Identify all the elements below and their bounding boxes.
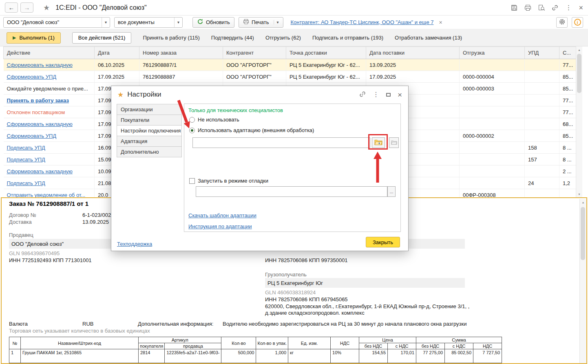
- radio-use-adaptation[interactable]: Использовать адаптацию (внешняя обработк…: [189, 127, 314, 133]
- search-document-icon[interactable]: [538, 4, 545, 11]
- radio-not-use[interactable]: Не использовать: [189, 117, 239, 123]
- cell-action[interactable]: Отклонен поставщиком: [4, 106, 95, 118]
- cell-action[interactable]: Подписать УПД: [4, 142, 95, 154]
- column-header[interactable]: Действие: [4, 47, 95, 59]
- forward-button[interactable]: →: [20, 2, 33, 13]
- cell-action[interactable]: Отправить уведомление об от...: [4, 189, 95, 198]
- scroll-up-icon[interactable]: ▲: [576, 46, 582, 53]
- cell-counterparty[interactable]: ООО "АГРОТОРГ": [223, 59, 286, 71]
- cell-shipment[interactable]: [460, 95, 525, 106]
- choose-file-button[interactable]: [372, 137, 385, 148]
- cell-delivery[interactable]: 17.09.2025: [366, 71, 460, 83]
- dialog-maximize-icon[interactable]: [386, 93, 391, 97]
- cell-action[interactable]: Сформировать УПД: [4, 130, 95, 142]
- table-row[interactable]: Сформировать УПД17.09.202576129088887ООО…: [4, 71, 576, 83]
- cell-sum[interactable]: 68...: [559, 118, 576, 130]
- save-icon[interactable]: [511, 4, 517, 11]
- radio-on-icon[interactable]: [189, 128, 195, 133]
- cell-sum[interactable]: [559, 189, 576, 198]
- column-header[interactable]: Точка доставки: [286, 47, 366, 59]
- documents-filter-select[interactable]: все документы ▾: [114, 17, 183, 28]
- dialog-tab[interactable]: Покупатели: [117, 115, 182, 126]
- dialog-tab[interactable]: Настройки подключения: [117, 125, 182, 136]
- action-text[interactable]: Сформировать УПД: [7, 74, 57, 80]
- cell-shipment[interactable]: [460, 118, 525, 130]
- action-text[interactable]: Сформировать УПД: [7, 133, 57, 139]
- cell-shipment[interactable]: [460, 106, 525, 118]
- adaptation-manual-link[interactable]: Инструкция по адаптации: [188, 223, 252, 229]
- chevron-down-icon[interactable]: ▾: [274, 20, 279, 24]
- cell-shipment[interactable]: [460, 154, 525, 165]
- filter-confirm[interactable]: Подтвердить (44): [211, 35, 254, 41]
- filter-ship[interactable]: Отгрузить (62): [265, 35, 301, 41]
- action-text[interactable]: Принять в работу заказ: [7, 97, 69, 104]
- checkbox-icon[interactable]: [189, 178, 195, 184]
- dialog-tab[interactable]: Дополнительно: [117, 146, 182, 157]
- dialog-link-icon[interactable]: [359, 91, 366, 99]
- action-text[interactable]: Сформировать накладную: [7, 62, 73, 68]
- cell-action[interactable]: Сформировать УПД: [4, 71, 95, 83]
- download-template-link[interactable]: Скачать шаблон адаптации: [188, 212, 256, 218]
- column-header[interactable]: Контрагент: [223, 47, 286, 59]
- cell-upd[interactable]: [525, 165, 559, 177]
- browse-button[interactable]: ...: [387, 186, 396, 197]
- dialog-tab[interactable]: Организации: [117, 104, 182, 115]
- more-menu-icon[interactable]: ⋮: [565, 4, 572, 11]
- favorite-star-icon[interactable]: ★: [43, 3, 50, 12]
- chevron-down-icon[interactable]: ▾: [174, 18, 182, 27]
- execute-button[interactable]: ▶ Выполнить (1): [7, 32, 61, 44]
- cell-upd[interactable]: [525, 59, 559, 71]
- cell-shipment[interactable]: [460, 59, 525, 71]
- cell-shipment[interactable]: 0000-000002: [460, 130, 525, 142]
- cell-upd[interactable]: [525, 71, 559, 83]
- back-button[interactable]: ←: [5, 2, 18, 13]
- column-header[interactable]: С...: [559, 47, 576, 59]
- action-text[interactable]: Подписать УПД: [7, 145, 45, 151]
- cell-sum[interactable]: 1,2: [559, 177, 576, 189]
- cell-sum[interactable]: 85...: [559, 71, 576, 83]
- cell-sum[interactable]: 8 ...: [559, 142, 576, 154]
- counterparty-filter-link[interactable]: Контрагент: АО Тандер-ТС Цислинк, ООО "А…: [291, 19, 434, 25]
- cell-upd[interactable]: [525, 118, 559, 130]
- cell-sum[interactable]: 77...: [559, 59, 576, 71]
- cell-action[interactable]: Подписать УПД: [4, 177, 95, 189]
- filter-remarks[interactable]: Отработать замечания (13): [395, 35, 462, 41]
- support-link[interactable]: Техподдержка: [117, 241, 152, 247]
- cell-action[interactable]: Сформировать накладную: [4, 165, 95, 177]
- cell-counterparty[interactable]: ООО "АГРОТОРГ": [223, 71, 286, 83]
- cell-order[interactable]: 76129088887: [139, 71, 223, 83]
- window-close-icon[interactable]: ×: [579, 4, 583, 11]
- column-header[interactable]: Отгрузка: [460, 47, 525, 59]
- cell-action[interactable]: Ожидайте уведомление о прие...: [4, 83, 95, 95]
- debug-path-input[interactable]: [196, 186, 387, 197]
- cell-shipment[interactable]: 0000-000003: [460, 83, 525, 95]
- cell-shipment[interactable]: [460, 177, 525, 189]
- cell-sum[interactable]: 77...: [559, 95, 576, 106]
- cell-upd[interactable]: 157: [525, 154, 559, 165]
- open-file-button[interactable]: [389, 137, 399, 148]
- table-row[interactable]: Сформировать накладную06.10.202576129088…: [4, 59, 576, 71]
- cell-shipment[interactable]: 00ФР-000308: [460, 189, 525, 198]
- cell-upd[interactable]: [525, 106, 559, 118]
- print-icon[interactable]: [524, 4, 531, 11]
- info-button[interactable]: i: [572, 17, 583, 28]
- cell-upd[interactable]: [525, 95, 559, 106]
- cell-point[interactable]: РЦ 5 Екатеринбург Юг - 62...: [286, 71, 366, 83]
- dialog-close-icon[interactable]: ×: [398, 91, 402, 99]
- close-button[interactable]: Закрыть: [366, 237, 400, 247]
- orders-scrollbar[interactable]: ▲ ▼: [576, 46, 582, 197]
- action-text[interactable]: Отправить уведомление об от...: [7, 192, 86, 198]
- cell-action[interactable]: Принять в работу заказ: [4, 95, 95, 106]
- cell-upd[interactable]: [525, 83, 559, 95]
- cell-shipment[interactable]: 0000-000004: [460, 71, 525, 83]
- action-text[interactable]: Подписать УПД: [7, 180, 45, 186]
- debug-checkbox[interactable]: Запустить в режиме отладки: [189, 178, 268, 184]
- column-header[interactable]: Номер заказа: [139, 47, 223, 59]
- clear-filter-icon[interactable]: ×: [439, 19, 442, 26]
- column-header[interactable]: Дата поставки: [366, 47, 460, 59]
- cell-date[interactable]: 06.10.2025: [95, 59, 139, 71]
- action-text[interactable]: Сформировать накладную: [7, 168, 73, 174]
- refresh-button[interactable]: Обновить: [192, 17, 234, 28]
- cell-upd[interactable]: 158: [525, 142, 559, 154]
- cell-upd[interactable]: [525, 130, 559, 142]
